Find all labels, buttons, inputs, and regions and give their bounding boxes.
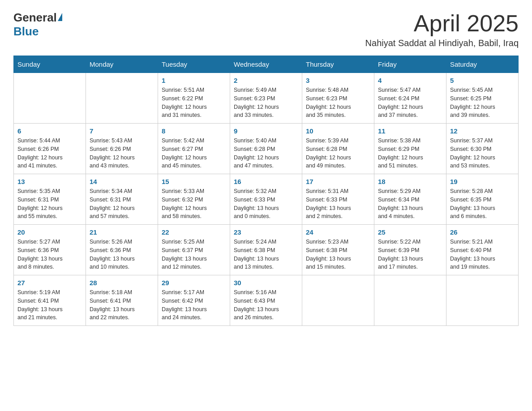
- day-info: Sunrise: 5:24 AM Sunset: 6:38 PM Dayligh…: [234, 238, 298, 271]
- calendar-cell: 15Sunrise: 5:33 AM Sunset: 6:32 PM Dayli…: [158, 174, 230, 225]
- logo-general-text: General: [13, 11, 57, 25]
- weekday-header-thursday: Thursday: [302, 56, 374, 73]
- day-info: Sunrise: 5:49 AM Sunset: 6:23 PM Dayligh…: [234, 86, 298, 120]
- day-number: 22: [162, 228, 226, 236]
- day-info: Sunrise: 5:48 AM Sunset: 6:23 PM Dayligh…: [306, 86, 370, 120]
- calendar-cell: 7Sunrise: 5:43 AM Sunset: 6:26 PM Daylig…: [86, 124, 158, 174]
- logo-blue-text: Blue: [13, 25, 39, 39]
- day-number: 2: [234, 77, 298, 84]
- day-number: 26: [450, 228, 515, 236]
- day-number: 27: [17, 279, 82, 287]
- day-info: Sunrise: 5:32 AM Sunset: 6:33 PM Dayligh…: [234, 187, 298, 221]
- day-info: Sunrise: 5:21 AM Sunset: 6:40 PM Dayligh…: [450, 238, 515, 271]
- day-info: Sunrise: 5:43 AM Sunset: 6:26 PM Dayligh…: [90, 137, 154, 170]
- day-info: Sunrise: 5:40 AM Sunset: 6:28 PM Dayligh…: [234, 137, 298, 170]
- day-number: 7: [90, 127, 154, 135]
- day-info: Sunrise: 5:47 AM Sunset: 6:24 PM Dayligh…: [378, 86, 442, 120]
- day-number: 8: [162, 127, 226, 135]
- calendar-cell: 11Sunrise: 5:38 AM Sunset: 6:29 PM Dayli…: [374, 124, 446, 174]
- page-header: General Blue April 2025 Nahiyat Saddat a…: [13, 11, 519, 48]
- calendar-header: SundayMondayTuesdayWednesdayThursdayFrid…: [14, 56, 519, 73]
- day-number: 12: [450, 127, 515, 135]
- day-info: Sunrise: 5:31 AM Sunset: 6:33 PM Dayligh…: [306, 187, 370, 221]
- day-number: 28: [90, 279, 154, 287]
- day-number: 21: [90, 228, 154, 236]
- calendar-cell: 16Sunrise: 5:32 AM Sunset: 6:33 PM Dayli…: [230, 174, 302, 225]
- weekday-header-tuesday: Tuesday: [158, 56, 230, 73]
- calendar-cell: [14, 73, 86, 124]
- calendar-cell: 25Sunrise: 5:22 AM Sunset: 6:39 PM Dayli…: [374, 225, 446, 275]
- day-info: Sunrise: 5:34 AM Sunset: 6:31 PM Dayligh…: [90, 187, 154, 221]
- calendar-cell: 5Sunrise: 5:45 AM Sunset: 6:25 PM Daylig…: [446, 73, 519, 124]
- calendar-cell: 2Sunrise: 5:49 AM Sunset: 6:23 PM Daylig…: [230, 73, 302, 124]
- calendar-cell: 8Sunrise: 5:42 AM Sunset: 6:27 PM Daylig…: [158, 124, 230, 174]
- day-info: Sunrise: 5:25 AM Sunset: 6:37 PM Dayligh…: [162, 238, 226, 271]
- day-info: Sunrise: 5:29 AM Sunset: 6:34 PM Dayligh…: [378, 187, 442, 221]
- day-info: Sunrise: 5:16 AM Sunset: 6:43 PM Dayligh…: [234, 288, 298, 322]
- calendar-cell: 17Sunrise: 5:31 AM Sunset: 6:33 PM Dayli…: [302, 174, 374, 225]
- day-number: 9: [234, 127, 298, 135]
- calendar-cell: [446, 275, 519, 326]
- weekday-header-saturday: Saturday: [446, 56, 519, 73]
- calendar-week-row: 27Sunrise: 5:19 AM Sunset: 6:41 PM Dayli…: [14, 275, 519, 326]
- weekday-header-wednesday: Wednesday: [230, 56, 302, 73]
- day-number: 16: [234, 178, 298, 185]
- day-number: 3: [306, 77, 370, 84]
- day-number: 20: [17, 228, 82, 236]
- day-info: Sunrise: 5:18 AM Sunset: 6:41 PM Dayligh…: [90, 288, 154, 322]
- calendar-cell: 10Sunrise: 5:39 AM Sunset: 6:28 PM Dayli…: [302, 124, 374, 174]
- day-number: 24: [306, 228, 370, 236]
- day-number: 25: [378, 228, 442, 236]
- day-info: Sunrise: 5:17 AM Sunset: 6:42 PM Dayligh…: [162, 288, 226, 322]
- day-info: Sunrise: 5:26 AM Sunset: 6:36 PM Dayligh…: [90, 238, 154, 271]
- day-info: Sunrise: 5:27 AM Sunset: 6:36 PM Dayligh…: [17, 238, 82, 271]
- calendar-cell: [374, 275, 446, 326]
- logo-area: General Blue: [13, 11, 63, 39]
- logo-blue-word: Blue: [13, 25, 39, 38]
- calendar-cell: 1Sunrise: 5:51 AM Sunset: 6:22 PM Daylig…: [158, 73, 230, 124]
- day-number: 17: [306, 178, 370, 185]
- weekday-header-friday: Friday: [374, 56, 446, 73]
- day-info: Sunrise: 5:35 AM Sunset: 6:31 PM Dayligh…: [17, 187, 82, 221]
- day-number: 13: [17, 178, 82, 185]
- day-info: Sunrise: 5:51 AM Sunset: 6:22 PM Dayligh…: [162, 86, 226, 120]
- day-info: Sunrise: 5:37 AM Sunset: 6:30 PM Dayligh…: [450, 137, 515, 170]
- day-number: 6: [17, 127, 82, 135]
- location-title: Nahiyat Saddat al Hindiyah, Babil, Iraq: [365, 38, 519, 48]
- calendar-cell: 24Sunrise: 5:23 AM Sunset: 6:38 PM Dayli…: [302, 225, 374, 275]
- calendar-cell: 14Sunrise: 5:34 AM Sunset: 6:31 PM Dayli…: [86, 174, 158, 225]
- weekday-header-sunday: Sunday: [14, 56, 86, 73]
- month-title: April 2025: [365, 11, 519, 36]
- calendar-cell: [86, 73, 158, 124]
- calendar-cell: 13Sunrise: 5:35 AM Sunset: 6:31 PM Dayli…: [14, 174, 86, 225]
- calendar-cell: 19Sunrise: 5:28 AM Sunset: 6:35 PM Dayli…: [446, 174, 519, 225]
- day-info: Sunrise: 5:44 AM Sunset: 6:26 PM Dayligh…: [17, 137, 82, 170]
- calendar-cell: 29Sunrise: 5:17 AM Sunset: 6:42 PM Dayli…: [158, 275, 230, 326]
- day-number: 1: [162, 77, 226, 84]
- day-info: Sunrise: 5:38 AM Sunset: 6:29 PM Dayligh…: [378, 137, 442, 170]
- calendar-cell: 26Sunrise: 5:21 AM Sunset: 6:40 PM Dayli…: [446, 225, 519, 275]
- logo-triangle-icon: [58, 13, 62, 21]
- day-info: Sunrise: 5:19 AM Sunset: 6:41 PM Dayligh…: [17, 288, 82, 322]
- day-number: 19: [450, 178, 515, 185]
- calendar-week-row: 1Sunrise: 5:51 AM Sunset: 6:22 PM Daylig…: [14, 73, 519, 124]
- day-info: Sunrise: 5:45 AM Sunset: 6:25 PM Dayligh…: [450, 86, 515, 120]
- calendar-week-row: 13Sunrise: 5:35 AM Sunset: 6:31 PM Dayli…: [14, 174, 519, 225]
- day-number: 30: [234, 279, 298, 287]
- calendar-cell: 28Sunrise: 5:18 AM Sunset: 6:41 PM Dayli…: [86, 275, 158, 326]
- day-number: 5: [450, 77, 515, 84]
- calendar-cell: 20Sunrise: 5:27 AM Sunset: 6:36 PM Dayli…: [14, 225, 86, 275]
- day-number: 10: [306, 127, 370, 135]
- calendar-cell: 30Sunrise: 5:16 AM Sunset: 6:43 PM Dayli…: [230, 275, 302, 326]
- calendar-cell: 18Sunrise: 5:29 AM Sunset: 6:34 PM Dayli…: [374, 174, 446, 225]
- calendar-cell: 12Sunrise: 5:37 AM Sunset: 6:30 PM Dayli…: [446, 124, 519, 174]
- calendar-cell: 3Sunrise: 5:48 AM Sunset: 6:23 PM Daylig…: [302, 73, 374, 124]
- logo: General: [13, 11, 63, 25]
- calendar-cell: 6Sunrise: 5:44 AM Sunset: 6:26 PM Daylig…: [14, 124, 86, 174]
- calendar-cell: 23Sunrise: 5:24 AM Sunset: 6:38 PM Dayli…: [230, 225, 302, 275]
- day-number: 23: [234, 228, 298, 236]
- calendar-week-row: 20Sunrise: 5:27 AM Sunset: 6:36 PM Dayli…: [14, 225, 519, 275]
- day-number: 29: [162, 279, 226, 287]
- day-number: 14: [90, 178, 154, 185]
- day-info: Sunrise: 5:42 AM Sunset: 6:27 PM Dayligh…: [162, 137, 226, 170]
